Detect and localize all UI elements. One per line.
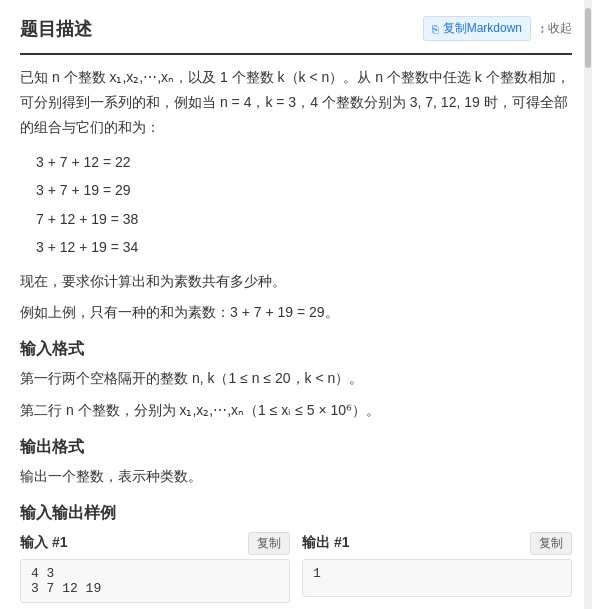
eq-1: 3 + 7 + 12 = 22 [36, 149, 572, 176]
copy-output-label: 复制 [539, 536, 563, 550]
input-format-line1: 第一行两个空格隔开的整数 n, k（1 ≤ n ≤ 20，k < n）。 [20, 366, 572, 391]
problem-intro: 已知 n 个整数 x₁,x₂,⋯,xₙ，以及 1 个整数 k（k < n）。从 … [20, 65, 572, 141]
samples-title: 输入输出样例 [20, 503, 572, 524]
copy-markdown-button[interactable]: ⎘ 复制Markdown [423, 16, 531, 41]
eq-3: 7 + 12 + 19 = 38 [36, 206, 572, 233]
output-format-line: 输出一个整数，表示种类数。 [20, 464, 572, 489]
eq-2: 3 + 7 + 19 = 29 [36, 177, 572, 204]
scrollbar[interactable] [584, 0, 592, 609]
example-note: 例如上例，只有一种的和为素数：3 + 7 + 19 = 29。 [20, 300, 572, 325]
output-sample-header: 输出 #1 复制 [302, 532, 572, 555]
collapse-icon: ↕ [539, 22, 545, 36]
input-sample-header: 输入 #1 复制 [20, 532, 290, 555]
copy-output-button[interactable]: 复制 [530, 532, 572, 555]
question-text: 现在，要求你计算出和为素数共有多少种。 [20, 269, 572, 294]
copy-input-label: 复制 [257, 536, 281, 550]
copy-md-icon: ⎘ [432, 23, 439, 35]
output-sample-label: 输出 #1 [302, 534, 349, 552]
input-format-block: 第一行两个空格隔开的整数 n, k（1 ≤ n ≤ 20，k < n）。 第二行… [20, 366, 572, 422]
collapse-button[interactable]: ↕ 收起 [539, 20, 572, 37]
input-format-line2: 第二行 n 个整数，分别为 x₁,x₂,⋯,xₙ（1 ≤ xᵢ ≤ 5 × 10… [20, 398, 572, 423]
copy-input-button[interactable]: 复制 [248, 532, 290, 555]
title-divider [20, 53, 572, 55]
output-sample-content: 1 [302, 559, 572, 597]
input-sample-content: 4 3 3 7 12 19 [20, 559, 290, 603]
scrollbar-thumb[interactable] [585, 8, 591, 68]
header-row: 题目描述 ⎘ 复制Markdown ↕ 收起 [20, 16, 572, 41]
samples-section: 输入输出样例 输入 #1 复制 4 3 3 7 12 19 输出 #1 [20, 503, 572, 603]
intro-text: 已知 n 个整数 x₁,x₂,⋯,xₙ，以及 1 个整数 k（k < n）。从 … [20, 65, 572, 141]
main-content: 题目描述 ⎘ 复制Markdown ↕ 收起 已知 n 个整数 x₁,x₂,⋯,… [0, 0, 592, 609]
copy-md-label: 复制Markdown [443, 20, 522, 37]
input-format-title: 输入格式 [20, 339, 572, 360]
output-format-block: 输出一个整数，表示种类数。 [20, 464, 572, 489]
page-wrapper: 题目描述 ⎘ 复制Markdown ↕ 收起 已知 n 个整数 x₁,x₂,⋯,… [0, 0, 592, 609]
page-title: 题目描述 [20, 17, 92, 41]
output-sample-box: 输出 #1 复制 1 [302, 532, 572, 603]
input-sample-box: 输入 #1 复制 4 3 3 7 12 19 [20, 532, 290, 603]
output-format-title: 输出格式 [20, 437, 572, 458]
question-block: 现在，要求你计算出和为素数共有多少种。 例如上例，只有一种的和为素数：3 + 7… [20, 269, 572, 325]
collapse-label: 收起 [548, 20, 572, 37]
eq-4: 3 + 12 + 19 = 34 [36, 234, 572, 261]
header-actions: ⎘ 复制Markdown ↕ 收起 [423, 16, 572, 41]
equations-block: 3 + 7 + 12 = 22 3 + 7 + 19 = 29 7 + 12 +… [36, 149, 572, 261]
input-sample-label: 输入 #1 [20, 534, 67, 552]
samples-grid: 输入 #1 复制 4 3 3 7 12 19 输出 #1 复制 [20, 532, 572, 603]
